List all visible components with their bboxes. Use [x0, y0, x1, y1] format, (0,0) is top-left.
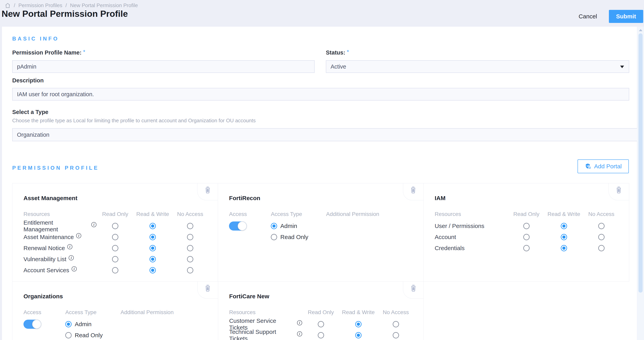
- radio-credentials-read-write[interactable]: [561, 245, 567, 251]
- radio-access-type-read-only[interactable]: [65, 332, 72, 338]
- resource-name: Account: [435, 234, 508, 240]
- card-rows: Customer Service TicketsTechnical Suppor…: [218, 319, 424, 340]
- radio-customer-service-tickets-read-only[interactable]: [318, 321, 324, 327]
- access-toggle[interactable]: [24, 320, 41, 329]
- cancel-button[interactable]: Cancel: [577, 13, 599, 20]
- radio-entitlement-management-no-access[interactable]: [187, 223, 193, 229]
- card-column-headers: AccessAccess TypeAdditional Permission: [218, 211, 423, 217]
- info-icon[interactable]: [297, 320, 302, 325]
- add-portal-button[interactable]: Add Portal: [578, 159, 629, 173]
- radio-user-permissions-no-access[interactable]: [598, 223, 604, 229]
- radio-vulnerability-list-read-only[interactable]: [112, 256, 118, 262]
- profile-name-input[interactable]: [12, 60, 314, 73]
- shield-plus-icon: [585, 163, 592, 170]
- radio-technical-support-tickets-no-access[interactable]: [393, 332, 399, 338]
- radio-account-no-access[interactable]: [598, 234, 604, 240]
- radio-technical-support-tickets-read-write[interactable]: [355, 332, 362, 338]
- radio-account-services-read-only[interactable]: [112, 267, 118, 273]
- delete-portal-button[interactable]: [198, 281, 218, 298]
- radio-technical-support-tickets-read-only[interactable]: [318, 332, 324, 338]
- status-label: Status:: [326, 49, 345, 56]
- radio-asset-maintenance-read-write[interactable]: [150, 234, 156, 240]
- delete-portal-button[interactable]: [197, 183, 218, 200]
- radio-cell: [508, 245, 545, 251]
- radio-access-type-admin[interactable]: [65, 321, 72, 327]
- home-icon[interactable]: [5, 3, 11, 9]
- column-header-additional-permission: Additional Permission: [120, 309, 218, 315]
- radio-renewal-notice-no-access[interactable]: [187, 245, 193, 251]
- radio-cell: [583, 245, 620, 251]
- breadcrumb-item-current: New Portal Permission Profile: [70, 2, 138, 9]
- scrollbar-thumb[interactable]: [638, 33, 642, 293]
- delete-portal-button[interactable]: [608, 183, 629, 200]
- access-type-option: Read Only: [271, 232, 308, 243]
- status-select[interactable]: Active: [326, 60, 629, 73]
- access-toggle[interactable]: [229, 222, 247, 231]
- radio-asset-maintenance-no-access[interactable]: [187, 234, 193, 240]
- column-header-access-type: Access Type: [271, 211, 326, 217]
- radio-vulnerability-list-no-access[interactable]: [187, 256, 193, 262]
- type-helper-text: Choose the profile type as Local for lim…: [12, 118, 256, 124]
- resource-label: Asset Maintenance: [24, 234, 74, 240]
- submit-button[interactable]: Submit: [609, 10, 643, 23]
- toggle-knob: [32, 320, 41, 329]
- delete-portal-button[interactable]: [403, 281, 424, 298]
- radio-customer-service-tickets-no-access[interactable]: [393, 321, 399, 327]
- card-column-headers: ResourcesRead OnlyRead & WriteNo Access: [424, 211, 629, 217]
- radio-credentials-read-only[interactable]: [523, 245, 530, 251]
- radio-cell: [96, 267, 134, 273]
- resource-label: Vulnerability List: [24, 256, 66, 263]
- resource-label: Renewal Notice: [24, 245, 65, 251]
- profile-name-label: Permission Profile Name:: [12, 49, 82, 56]
- resource-name: User / Permissions: [435, 223, 508, 229]
- radio-cell: [96, 223, 134, 229]
- radio-renewal-notice-read-only[interactable]: [112, 245, 118, 251]
- radio-account-services-read-write[interactable]: [150, 267, 156, 273]
- cards-row-1: Asset ManagementResourcesRead OnlyRead &…: [12, 183, 629, 281]
- info-icon[interactable]: [72, 266, 77, 271]
- radio-entitlement-management-read-write[interactable]: [150, 223, 156, 229]
- resource-label: Entitlement Management: [24, 219, 89, 233]
- delete-portal-button[interactable]: [403, 183, 424, 200]
- radio-account-read-write[interactable]: [561, 234, 567, 240]
- resource-name: Technical Support Tickets: [229, 328, 302, 340]
- description-input[interactable]: [12, 88, 629, 101]
- type-select[interactable]: Organization: [12, 128, 644, 141]
- radio-credentials-no-access[interactable]: [598, 245, 604, 251]
- column-header-additional-permission: Additional Permission: [326, 211, 423, 217]
- radio-asset-maintenance-read-only[interactable]: [112, 234, 118, 240]
- radio-cell: [302, 332, 340, 338]
- radio-account-services-no-access[interactable]: [187, 267, 193, 273]
- info-icon[interactable]: [297, 331, 302, 336]
- card-title: Asset Management: [24, 195, 77, 202]
- radio-entitlement-management-read-only[interactable]: [112, 223, 118, 229]
- radio-customer-service-tickets-read-write[interactable]: [355, 321, 362, 327]
- card-column-headers: ResourcesRead OnlyRead & WriteNo Access: [12, 211, 218, 217]
- info-icon[interactable]: [69, 255, 74, 260]
- radio-access-type-read-only[interactable]: [271, 234, 277, 240]
- resource-label: Technical Support Tickets: [229, 328, 295, 340]
- radio-cell: [172, 267, 209, 273]
- column-header-read-only: Read Only: [96, 211, 134, 217]
- radio-cell: [172, 245, 209, 251]
- radio-access-type-admin[interactable]: [271, 223, 277, 229]
- breadcrumb-item-permission-profiles[interactable]: Permission Profiles: [18, 2, 62, 9]
- vertical-scrollbar[interactable]: [637, 27, 644, 340]
- radio-vulnerability-list-read-write[interactable]: [150, 256, 156, 262]
- radio-cell: [172, 256, 209, 262]
- additional-permission-cell: [308, 221, 424, 243]
- radio-renewal-notice-read-write[interactable]: [150, 245, 156, 251]
- radio-user-permissions-read-write[interactable]: [561, 223, 567, 229]
- breadcrumb-separator: /: [66, 2, 67, 9]
- page-header: / Permission Profiles / New Portal Permi…: [0, 0, 644, 27]
- radio-cell: [134, 245, 172, 251]
- radio-cell: [508, 234, 545, 240]
- radio-account-read-only[interactable]: [523, 234, 530, 240]
- access-type-label: Admin: [280, 223, 297, 229]
- resource-name: Entitlement Management: [24, 219, 96, 233]
- info-icon[interactable]: [76, 233, 81, 238]
- scrollbar-up-arrow-icon[interactable]: [639, 29, 642, 31]
- info-icon[interactable]: [67, 244, 72, 249]
- radio-user-permissions-read-only[interactable]: [523, 223, 530, 229]
- info-icon[interactable]: [91, 222, 96, 227]
